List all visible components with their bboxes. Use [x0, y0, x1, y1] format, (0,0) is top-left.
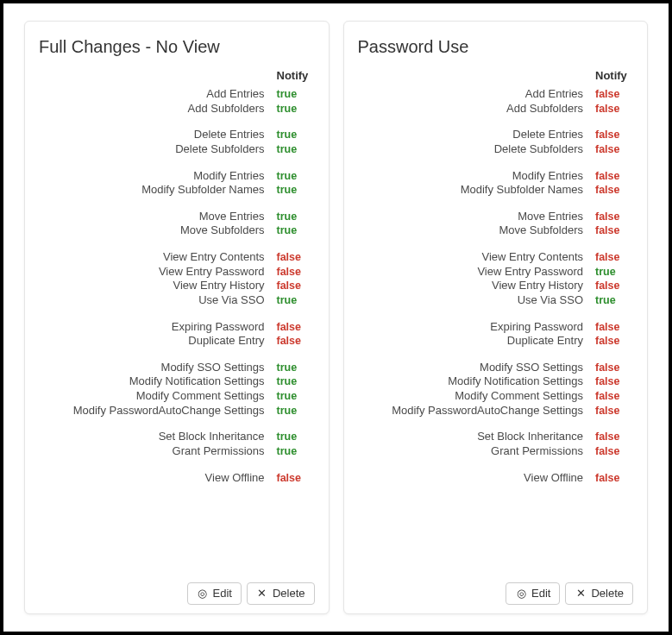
permission-groups: Add EntriesfalseAdd SubfoldersfalseDelet…: [358, 87, 634, 485]
permission-group: View Offlinefalse: [358, 471, 634, 486]
permission-row: View Offlinefalse: [358, 471, 634, 486]
permission-row: Modify Subfolder Namesfalse: [358, 183, 634, 198]
permission-row: View Entry Contentsfalse: [358, 250, 634, 265]
permission-label: Delete Subfolders: [39, 142, 277, 157]
permission-row: View Entry Passwordtrue: [358, 265, 634, 280]
permission-row: Move Entriesfalse: [358, 210, 634, 224]
permission-value: false: [595, 128, 633, 141]
permission-label: Move Entries: [358, 210, 596, 224]
permission-group: Set Block InheritancetrueGrant Permissio…: [39, 430, 315, 458]
delete-button[interactable]: ✕ Delete: [247, 582, 315, 605]
edit-label: Edit: [531, 587, 550, 600]
edit-button[interactable]: ◎ Edit: [506, 582, 560, 605]
permission-value: false: [595, 169, 633, 183]
permission-row: Move Subfolderstrue: [39, 223, 315, 238]
permission-row: Move Subfoldersfalse: [358, 223, 634, 238]
permission-value: false: [595, 223, 633, 237]
permission-row: Delete Subfoldersfalse: [358, 142, 634, 157]
permission-label: Set Block Inheritance: [358, 430, 596, 444]
permission-label: Expiring Password: [39, 320, 277, 335]
permission-row: Modify Notification Settingstrue: [39, 374, 315, 389]
permission-row: Delete Subfolderstrue: [39, 142, 315, 157]
permission-label: Duplicate Entry: [358, 334, 596, 349]
permission-label: View Entry Contents: [358, 250, 596, 265]
permission-label: Move Subfolders: [39, 223, 277, 238]
permission-row: Use Via SSOtrue: [39, 293, 315, 308]
permission-value: false: [595, 361, 633, 374]
edit-icon: ◎: [197, 587, 209, 600]
permission-value: false: [595, 404, 633, 418]
permission-value: true: [277, 210, 315, 223]
permission-value: false: [595, 210, 633, 223]
permission-row: Expiring Passwordfalse: [358, 320, 634, 335]
permission-card-password-use: Password Use Notify Add EntriesfalseAdd …: [343, 21, 649, 614]
permission-group: Modify EntriestrueModify Subfolder Names…: [39, 169, 315, 198]
permission-row: Set Block Inheritancetrue: [39, 430, 315, 444]
permission-value: false: [595, 183, 633, 197]
delete-label: Delete: [273, 587, 305, 600]
permission-label: Set Block Inheritance: [39, 430, 277, 444]
permission-group: Modify SSO SettingstrueModify Notificati…: [39, 361, 315, 418]
permission-group: Expiring PasswordfalseDuplicate Entryfal…: [358, 320, 634, 349]
permission-row: Modify SSO Settingstrue: [39, 361, 315, 375]
permission-value: false: [595, 444, 633, 458]
permission-label: Use Via SSO: [358, 293, 596, 308]
permission-label: Modify SSO Settings: [358, 361, 596, 375]
permission-value: true: [277, 444, 315, 458]
permission-value: true: [277, 183, 315, 197]
card-actions: ◎ Edit ✕ Delete: [358, 575, 634, 605]
permission-label: Move Subfolders: [358, 223, 596, 238]
permission-label: Modify Notification Settings: [39, 374, 277, 389]
permission-value: false: [277, 471, 315, 485]
close-icon: ✕: [256, 587, 268, 600]
permission-label: Modify PasswordAutoChange Settings: [358, 404, 596, 418]
permission-value: true: [277, 169, 315, 183]
permission-row: Modify PasswordAutoChange Settingsfalse: [358, 404, 634, 418]
permission-value: false: [595, 374, 633, 388]
delete-label: Delete: [591, 587, 624, 600]
permission-table: Notify Add EntriestrueAdd Subfolderstrue…: [39, 66, 315, 575]
permission-group: Delete EntriesfalseDelete Subfoldersfals…: [358, 128, 634, 156]
permission-groups: Add EntriestrueAdd SubfolderstrueDelete …: [39, 87, 315, 485]
permission-label: Delete Entries: [39, 128, 277, 142]
permission-row: Add Entriestrue: [39, 87, 315, 102]
permission-label: View Entry Contents: [39, 250, 277, 265]
permission-row: Modify Entriestrue: [39, 169, 315, 184]
permission-label: Modify Notification Settings: [358, 374, 596, 389]
permission-row: Grant Permissionstrue: [39, 444, 315, 459]
permission-label: Add Entries: [39, 87, 277, 102]
permission-row: Duplicate Entryfalse: [358, 334, 634, 349]
permission-row: View Entry Passwordfalse: [39, 265, 315, 280]
delete-button[interactable]: ✕ Delete: [565, 582, 633, 605]
permission-value: false: [595, 142, 633, 156]
permission-row: View Entry Historyfalse: [358, 279, 634, 293]
permission-value: true: [277, 430, 315, 443]
permission-value: true: [277, 102, 315, 116]
edit-button[interactable]: ◎ Edit: [187, 582, 242, 605]
permission-label: Delete Subfolders: [358, 142, 596, 157]
permission-value: false: [595, 250, 633, 264]
permission-row: View Offlinefalse: [39, 471, 315, 486]
permission-value: false: [277, 320, 315, 334]
permission-row: Expiring Passwordfalse: [39, 320, 315, 335]
permission-label: Grant Permissions: [39, 444, 277, 459]
permission-label: View Entry Password: [39, 265, 277, 280]
card-actions: ◎ Edit ✕ Delete: [39, 575, 315, 605]
permission-value: true: [277, 87, 315, 101]
permission-value: false: [595, 334, 633, 348]
permission-label: Modify Subfolder Names: [358, 183, 596, 198]
notify-header: Notify: [595, 69, 633, 82]
permission-group: Delete EntriestrueDelete Subfolderstrue: [39, 128, 315, 156]
permission-value: false: [595, 389, 633, 403]
permission-label: Modify SSO Settings: [39, 361, 277, 375]
permission-row: Modify Comment Settingstrue: [39, 389, 315, 404]
permission-group: Add EntriesfalseAdd Subfoldersfalse: [358, 87, 634, 116]
permission-label: Add Subfolders: [358, 102, 596, 116]
permission-value: true: [595, 293, 633, 307]
permission-row: View Entry Historyfalse: [39, 279, 315, 293]
permission-value: true: [277, 142, 315, 156]
permission-row: Modify Subfolder Namestrue: [39, 183, 315, 198]
permission-group: View Offlinefalse: [39, 471, 315, 486]
permission-row: View Entry Contentsfalse: [39, 250, 315, 265]
permission-row: Add Subfoldersfalse: [358, 102, 634, 116]
